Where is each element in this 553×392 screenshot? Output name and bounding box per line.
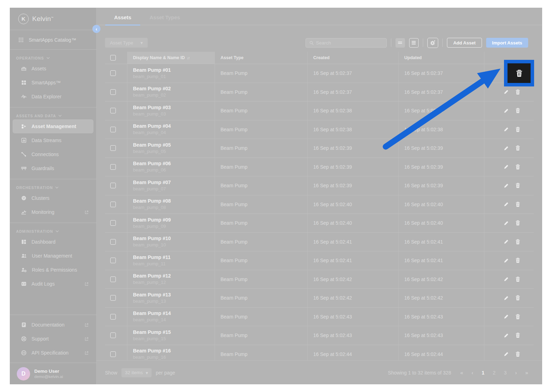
- sidebar-item-asset-management[interactable]: Asset Management: [13, 119, 93, 133]
- row-checkbox[interactable]: [110, 127, 116, 132]
- sidebar-item-data-streams[interactable]: Data Streams: [13, 133, 93, 147]
- delete-icon[interactable]: [515, 239, 520, 245]
- sidebar-item-data-explorer[interactable]: Data Explorer: [13, 90, 93, 104]
- row-checkbox[interactable]: [110, 89, 116, 95]
- tab-asset-types[interactable]: Asset Types: [140, 14, 189, 25]
- edit-icon[interactable]: [503, 295, 509, 301]
- table-row[interactable]: Beam Pump #01 beam_pump_01 Beam Pump 16 …: [105, 64, 534, 83]
- search-input[interactable]: [316, 40, 383, 46]
- row-checkbox[interactable]: [110, 183, 116, 188]
- pagination-last-icon[interactable]: »: [525, 370, 528, 376]
- row-checkbox[interactable]: [110, 70, 116, 76]
- sidebar-item-documentation[interactable]: Documentation: [13, 318, 93, 332]
- table-row[interactable]: Beam Pump #16 beam_pump_16 Beam Pump 16 …: [105, 345, 534, 361]
- table-row[interactable]: Beam Pump #08 beam_pump_08 Beam Pump 16 …: [105, 195, 534, 214]
- delete-icon[interactable]: [515, 183, 520, 188]
- sidebar-item-assets[interactable]: Assets: [13, 62, 93, 76]
- column-header-updated[interactable]: Updated: [399, 52, 484, 64]
- edit-icon[interactable]: [503, 332, 509, 338]
- sort-icon[interactable]: ↓↑: [187, 56, 189, 60]
- edit-icon[interactable]: [503, 351, 509, 357]
- row-checkbox[interactable]: [110, 145, 116, 151]
- sidebar-item-roles-permissions[interactable]: Roles & Permissions: [13, 263, 93, 277]
- table-row[interactable]: Beam Pump #07 beam_pump_07 Beam Pump 16 …: [105, 176, 534, 195]
- table-row[interactable]: Beam Pump #04 beam_pump_04 Beam Pump 16 …: [105, 120, 534, 139]
- delete-icon[interactable]: [515, 127, 520, 132]
- column-header-type[interactable]: Asset Type: [215, 52, 308, 64]
- table-row[interactable]: Beam Pump #15 beam_pump_15 Beam Pump 16 …: [105, 326, 534, 345]
- delete-icon[interactable]: [515, 145, 520, 151]
- table-settings-button[interactable]: [427, 38, 438, 48]
- sidebar-item-audit-logs[interactable]: Audit Logs: [13, 277, 93, 291]
- edit-icon[interactable]: [503, 108, 509, 114]
- delete-icon[interactable]: [515, 314, 520, 320]
- row-checkbox[interactable]: [110, 258, 116, 263]
- row-checkbox[interactable]: [110, 314, 116, 320]
- sidebar-item-support[interactable]: Support: [13, 332, 93, 346]
- section-header-administration[interactable]: ADMINISTRATION: [10, 229, 96, 235]
- row-checkbox[interactable]: [110, 220, 116, 226]
- asset-type-filter-dropdown[interactable]: Asset Type ▾: [105, 38, 148, 48]
- edit-icon[interactable]: [503, 89, 509, 95]
- pagination-prev-icon[interactable]: ‹: [471, 370, 473, 376]
- edit-icon[interactable]: [503, 201, 509, 207]
- edit-icon[interactable]: [503, 183, 509, 189]
- pagination-next-icon[interactable]: ›: [515, 370, 517, 376]
- highlighted-delete-button[interactable]: [507, 63, 531, 83]
- list-view-button[interactable]: [409, 38, 419, 48]
- sidebar-item-smartapps[interactable]: SmartApps™: [13, 76, 93, 90]
- row-checkbox[interactable]: [110, 239, 116, 245]
- edit-icon[interactable]: [503, 164, 509, 170]
- delete-icon[interactable]: [515, 220, 520, 226]
- delete-icon[interactable]: [515, 295, 520, 301]
- table-row[interactable]: Beam Pump #03 beam_pump_03 Beam Pump 16 …: [105, 102, 534, 120]
- sidebar-item-clusters[interactable]: Clusters: [13, 191, 93, 205]
- sidebar-item-guardrails[interactable]: Guardrails: [13, 161, 93, 175]
- edit-icon[interactable]: [503, 239, 509, 245]
- edit-icon[interactable]: [503, 145, 509, 151]
- row-checkbox[interactable]: [110, 108, 116, 113]
- sidebar-item-api-specification[interactable]: API Specification: [13, 346, 93, 360]
- table-row[interactable]: Beam Pump #14 beam_pump_14 Beam Pump 16 …: [105, 308, 534, 327]
- compact-view-button[interactable]: [396, 38, 405, 48]
- edit-icon[interactable]: [503, 258, 509, 264]
- delete-icon[interactable]: [515, 332, 520, 338]
- delete-icon[interactable]: [515, 351, 520, 357]
- edit-icon[interactable]: [503, 220, 509, 226]
- table-row[interactable]: Beam Pump #09 beam_pump_09 Beam Pump 16 …: [105, 214, 534, 233]
- section-header-assets-and-data[interactable]: ASSETS AND DATA: [10, 114, 96, 119]
- select-all-checkbox[interactable]: [110, 55, 116, 61]
- sidebar-item-user-management[interactable]: User Management: [13, 249, 93, 263]
- row-checkbox[interactable]: [110, 295, 116, 301]
- user-profile[interactable]: D Demo User demo@kelvin.ai: [10, 363, 96, 384]
- edit-icon[interactable]: [503, 276, 509, 282]
- delete-icon[interactable]: [515, 89, 520, 95]
- row-checkbox[interactable]: [110, 351, 116, 357]
- sidebar-collapse-button[interactable]: ‹: [92, 25, 100, 33]
- delete-icon[interactable]: [515, 164, 520, 170]
- page-size-dropdown[interactable]: 32 items ▾: [121, 368, 152, 377]
- sidebar-item-dashboard[interactable]: Dashboard: [13, 235, 93, 249]
- sidebar-item-connections[interactable]: Connections: [13, 147, 93, 161]
- column-header-name[interactable]: Display Name & Name ID ↓↑: [127, 52, 215, 64]
- pagination-page-2[interactable]: 2: [493, 370, 496, 376]
- edit-icon[interactable]: [503, 314, 509, 320]
- add-asset-button[interactable]: Add Asset: [447, 38, 482, 48]
- pagination-page-3[interactable]: 3: [504, 370, 507, 376]
- row-checkbox[interactable]: [110, 276, 116, 282]
- delete-icon[interactable]: [515, 202, 520, 207]
- edit-icon[interactable]: [503, 126, 509, 132]
- table-row[interactable]: Beam Pump #05 beam_pump_05 Beam Pump 16 …: [105, 139, 534, 158]
- section-header-operations[interactable]: OPERATIONS: [10, 56, 96, 62]
- column-header-created[interactable]: Created: [308, 52, 399, 64]
- delete-icon[interactable]: [515, 108, 520, 113]
- import-assets-button[interactable]: Import Assets: [486, 38, 528, 48]
- table-row[interactable]: Beam Pump #12 beam_pump_12 Beam Pump 16 …: [105, 270, 534, 289]
- row-checkbox[interactable]: [110, 332, 116, 338]
- delete-icon[interactable]: [515, 276, 520, 282]
- delete-icon[interactable]: [515, 258, 520, 263]
- table-row[interactable]: Beam Pump #10 beam_pump_10 Beam Pump 16 …: [105, 233, 534, 252]
- section-header-orchestration[interactable]: ORCHESTRATION: [10, 186, 96, 191]
- pagination-first-icon[interactable]: «: [460, 370, 463, 376]
- row-checkbox[interactable]: [110, 202, 116, 207]
